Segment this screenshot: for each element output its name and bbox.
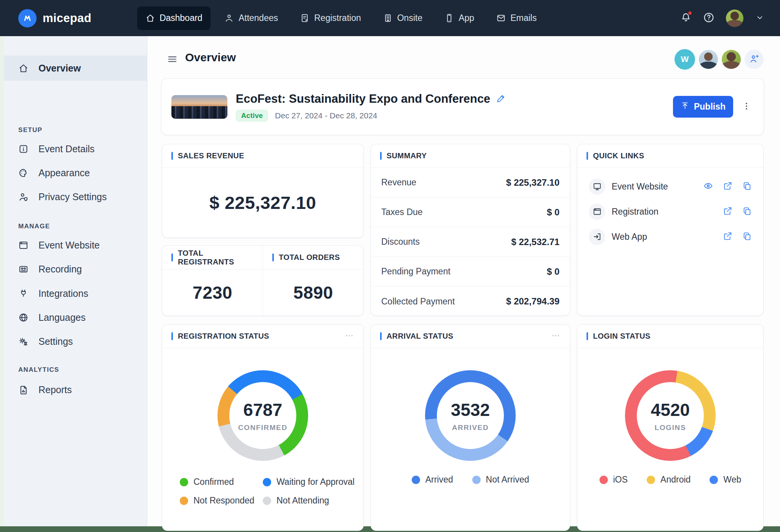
- card-title: ARRIVAL STATUS: [387, 332, 453, 341]
- donut-center-label: ARRIVED: [452, 424, 489, 432]
- card-title: REGISTRATION STATUS: [178, 332, 269, 341]
- phone-icon: [444, 13, 454, 23]
- legend-dot: [710, 476, 718, 484]
- accent-bar: [380, 152, 382, 160]
- summary-rows: Revenue$ 225,327.10Taxes Due$ 0Discounts…: [371, 168, 570, 316]
- accent-bar: [380, 332, 382, 340]
- card-menu-button[interactable]: [551, 331, 561, 342]
- dots-menu-icon: [551, 331, 561, 342]
- web-app-external-button[interactable]: [723, 231, 732, 242]
- legend-item-ios: iOS: [599, 475, 628, 485]
- nav-tab-onsite[interactable]: Onsite: [375, 6, 431, 30]
- login-donut-chart: 4520LOGINSiOSAndroidWeb: [577, 370, 763, 461]
- event-menu-button[interactable]: [739, 99, 754, 115]
- info-square-icon: [18, 144, 29, 154]
- sales-revenue-card: SALES REVENUE $ 225,327.10: [162, 144, 364, 238]
- external-icon: [723, 181, 732, 192]
- collaborator-avatar-2[interactable]: [722, 50, 741, 69]
- legend-dot: [599, 476, 608, 484]
- nav-tab-attendees[interactable]: Attendees: [216, 6, 286, 30]
- notification-dot: [687, 11, 692, 16]
- sidebar-item-integrations[interactable]: Integrations: [4, 283, 147, 304]
- event-thumbnail: [171, 95, 227, 119]
- event-website-eye-button[interactable]: [703, 181, 713, 192]
- login-icon: [589, 229, 605, 245]
- nav-tab-registration[interactable]: Registration: [292, 6, 369, 30]
- sidebar-item-privacy-settings[interactable]: Privacy Settings: [4, 186, 147, 207]
- donut-center-label: CONFIRMED: [238, 424, 287, 432]
- publish-button[interactable]: Publish: [673, 96, 733, 118]
- sidebar-item-settings[interactable]: Settings: [4, 331, 147, 352]
- sidebar-item-languages[interactable]: Languages: [4, 307, 147, 328]
- envelope-icon: [496, 13, 506, 23]
- chart-legend: ConfirmedWaiting for ApprovalNot Respond…: [180, 477, 357, 506]
- arrival-donut-chart: 3532ARRIVEDArrivedNot Arrived: [371, 370, 570, 461]
- sidebar-section-analytics: ANALYTICS: [18, 366, 59, 374]
- legend-dot: [263, 497, 271, 505]
- accent-bar: [587, 332, 588, 340]
- sidebar-item-appearance[interactable]: Appearance: [4, 162, 147, 183]
- nav-tab-dashboard[interactable]: Dashboard: [137, 6, 211, 30]
- help-button[interactable]: [703, 12, 714, 24]
- brand[interactable]: micepad: [18, 9, 91, 27]
- summary-row-collected-payment: Collected Payment$ 202,794.39: [371, 287, 570, 316]
- sidebar-section-manage: MANAGE: [18, 223, 50, 230]
- card-menu-button[interactable]: [344, 331, 354, 342]
- summary-row-discounts: Discounts$ 22,532.71: [371, 227, 570, 257]
- copy-icon: [742, 181, 752, 192]
- donut-ring: 6787CONFIRMED: [217, 370, 308, 461]
- legend-item-not-arrived: Not Arrived: [472, 475, 529, 485]
- collapse-sidebar-button[interactable]: [167, 54, 178, 66]
- registration-external-button[interactable]: [723, 206, 732, 217]
- accent-bar: [272, 253, 274, 261]
- person-plus-icon: [749, 54, 759, 65]
- nav-right: [680, 10, 765, 27]
- collaborators: W: [675, 49, 764, 70]
- sidebar-section-setup: SETUP: [18, 126, 42, 134]
- sidebar-item-event-website[interactable]: Event Website: [4, 235, 147, 255]
- home-icon: [145, 13, 155, 23]
- chart-legend: ArrivedNot Arrived: [371, 475, 570, 485]
- pencil-icon: [496, 93, 506, 104]
- event-website-copy-button[interactable]: [742, 181, 752, 192]
- plug-icon: [18, 288, 29, 299]
- legend-item-web: Web: [710, 475, 741, 485]
- quick-link-registration: Registration: [577, 199, 763, 224]
- sidebar-item-event-details[interactable]: Event Details: [4, 139, 147, 159]
- quick-links-card: QUICK LINKS Event WebsiteRegistrationWeb…: [577, 144, 764, 316]
- building-icon: [383, 13, 393, 23]
- notifications-button[interactable]: [680, 12, 692, 24]
- donut-center-value: 3532: [451, 400, 490, 420]
- micepad-logo-icon: [18, 9, 37, 27]
- collaborator-avatar-w[interactable]: W: [675, 49, 695, 70]
- total-orders-value: 5890: [293, 282, 333, 303]
- event-website-external-button[interactable]: [723, 181, 732, 192]
- legend-item-waiting-for-approval: Waiting for Approval: [263, 477, 357, 487]
- kebab-icon: [742, 101, 751, 112]
- copy-icon: [742, 231, 752, 242]
- sidebar-item-overview[interactable]: Overview: [4, 56, 147, 81]
- edit-event-title-button[interactable]: [496, 93, 506, 104]
- donut-center-value: 6787: [243, 400, 282, 420]
- person-shield-icon: [18, 192, 29, 202]
- summary-row-pending-payment: Pending Payment$ 0: [371, 257, 570, 287]
- nav-tab-app[interactable]: App: [436, 6, 483, 30]
- top-navbar: micepad DashboardAttendeesRegistrationOn…: [0, 0, 780, 36]
- legend-dot: [412, 476, 420, 484]
- add-collaborator-button[interactable]: [745, 50, 764, 69]
- legend-item-not-responded: Not Responded: [180, 495, 263, 506]
- registration-copy-button[interactable]: [742, 206, 752, 217]
- external-icon: [723, 231, 732, 242]
- web-app-copy-button[interactable]: [742, 231, 752, 242]
- quick-link-event-website: Event Website: [577, 174, 763, 199]
- card-title: SUMMARY: [387, 151, 427, 160]
- sidebar-item-reports[interactable]: Reports: [4, 379, 147, 400]
- sidebar-item-recording[interactable]: Recording: [4, 259, 147, 279]
- nav-tab-emails[interactable]: Emails: [488, 6, 545, 30]
- quick-links-rows: Event WebsiteRegistrationWeb App: [577, 168, 763, 249]
- card-title: QUICK LINKS: [593, 151, 644, 160]
- user-avatar[interactable]: [726, 10, 743, 27]
- donut-ring: 3532ARRIVED: [425, 370, 516, 461]
- account-menu-button[interactable]: [755, 13, 765, 24]
- collaborator-avatar-1[interactable]: [699, 50, 718, 69]
